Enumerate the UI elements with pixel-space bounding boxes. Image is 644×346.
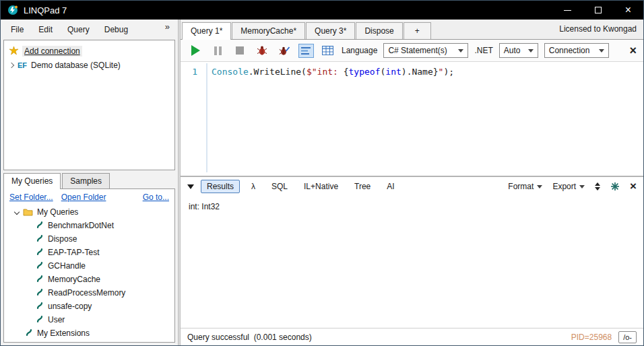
maximize-icon	[595, 7, 602, 13]
results-tab-results[interactable]: Results	[201, 180, 240, 193]
language-value: C# Statement(s)	[388, 46, 447, 55]
tree-item-user[interactable]: User	[4, 313, 174, 326]
queries-links: Set Folder... Open Folder Go to...	[4, 189, 174, 203]
results-pop-out-button[interactable]	[610, 182, 620, 191]
open-folder-link[interactable]: Open Folder	[61, 193, 106, 202]
tab-memorycache[interactable]: MemoryCache*	[232, 22, 305, 39]
pause-icon	[214, 46, 222, 55]
add-connection-label: Add connection	[22, 46, 82, 57]
code-token: }	[433, 67, 439, 77]
set-folder-link[interactable]: Set Folder...	[9, 193, 53, 202]
results-tab-sql[interactable]: SQL	[267, 180, 292, 193]
connection-demo-db[interactable]: EF Demo database (SQLite)	[4, 58, 174, 72]
close-query-button[interactable]: ×	[629, 44, 637, 58]
code-token: $"int:	[307, 67, 344, 77]
tree-item-unsafe-copy[interactable]: unsafe-copy	[4, 300, 174, 313]
menu-debug[interactable]: Debug	[97, 22, 135, 38]
language-select[interactable]: C# Statement(s)	[383, 43, 468, 58]
folder-icon	[23, 208, 33, 216]
connection-select[interactable]: Connection	[544, 43, 609, 58]
line-number: 1	[192, 67, 197, 77]
tree-item-label: My Extensions	[37, 328, 90, 338]
pause-button[interactable]	[210, 42, 226, 59]
query-file-icon	[36, 261, 44, 271]
license-text: Licensed to Kwongad	[559, 20, 643, 34]
query-file-icon	[36, 234, 44, 244]
tree-item-label: User	[48, 315, 65, 324]
chevron-right-icon[interactable]	[9, 62, 14, 67]
tree-item-readprocessmemory[interactable]: ReadProcessMemory	[4, 286, 174, 300]
code-line: Console.WriteLine($"int: {typeof(int).Na…	[212, 67, 643, 77]
code-token: .WriteLine	[249, 67, 301, 77]
results-maximize-button[interactable]	[595, 182, 600, 191]
add-connection[interactable]: Add connection	[4, 44, 174, 58]
results-panel: Results λ SQL IL+Native Tree AI Format E…	[181, 176, 643, 345]
minimize-icon	[564, 10, 571, 11]
format-dropdown[interactable]: Format	[508, 182, 542, 191]
query-toolbar: Language C# Statement(s) .NET Auto Conne…	[181, 40, 643, 62]
results-close-button[interactable]: ×	[630, 180, 637, 193]
menu-edit[interactable]: Edit	[31, 22, 60, 38]
grid-results-toggle[interactable]	[320, 44, 335, 58]
stop-button[interactable]	[232, 42, 248, 59]
tab-dispose[interactable]: Dispose	[356, 22, 402, 39]
tree-item-label: EAP-TAP-Test	[48, 248, 99, 257]
tab-samples[interactable]: Samples	[62, 173, 110, 188]
results-header-right: Format Export	[508, 180, 637, 193]
menu-query[interactable]: Query	[60, 22, 97, 38]
tree-item-memorycache[interactable]: MemoryCache	[4, 273, 174, 286]
status-message: Query successful (0.001 seconds)	[187, 333, 312, 342]
results-collapse-icon[interactable]	[187, 184, 194, 189]
query-tabstrip: Query 1* MemoryCache* Query 3* Dispose +…	[181, 20, 643, 40]
results-tab-lambda[interactable]: λ	[247, 180, 260, 193]
tree-item-gchandle[interactable]: GCHandle	[4, 259, 174, 273]
results-tab-ai[interactable]: AI	[382, 180, 399, 193]
code-area[interactable]: Console.WriteLine($"int: {typeof(int).Na…	[203, 62, 643, 176]
results-tab-tree[interactable]: Tree	[350, 180, 375, 193]
tree-item-my-extensions[interactable]: My Extensions	[4, 326, 174, 340]
go-to-link[interactable]: Go to...	[143, 193, 169, 202]
run-button[interactable]	[187, 42, 203, 59]
debug-button[interactable]	[254, 42, 270, 59]
tab-my-queries[interactable]: My Queries	[3, 173, 61, 189]
code-editor[interactable]: 1 Console.WriteLine($"int: {typeof(int).…	[181, 62, 643, 176]
chevron-down-icon[interactable]	[14, 209, 20, 215]
code-token: );	[443, 67, 454, 77]
query-file-icon	[36, 315, 44, 325]
richtext-results-toggle[interactable]	[298, 44, 314, 58]
my-queries-panel: Set Folder... Open Folder Go to... My Qu…	[3, 188, 175, 343]
tree-item-eap-tap-test[interactable]: EAP-TAP-Test	[4, 246, 174, 259]
ef-badge: EF	[18, 61, 27, 69]
tree-root-my-queries[interactable]: My Queries	[4, 205, 174, 219]
tree-root-label: My Queries	[37, 207, 78, 217]
menu-overflow-icon[interactable]: »	[165, 20, 175, 32]
left-panel: File Edit Query Debug » Add connection E…	[1, 20, 178, 345]
maximize-button[interactable]	[583, 1, 613, 20]
query-area: Query 1* MemoryCache* Query 3* Dispose +…	[181, 20, 643, 345]
results-tab-il-native[interactable]: IL+Native	[299, 180, 343, 193]
output-text: int: Int32	[189, 202, 220, 211]
debug-attach-button[interactable]	[276, 42, 292, 59]
grid-icon	[322, 46, 333, 55]
optimization-toggle[interactable]: /o-	[618, 331, 637, 343]
export-dropdown[interactable]: Export	[552, 182, 585, 191]
menu-file[interactable]: File	[3, 22, 31, 38]
arrow-down-icon	[595, 187, 600, 191]
new-tab-button[interactable]: +	[404, 22, 431, 39]
close-button[interactable]: ×	[613, 1, 643, 20]
title-bar: LINQPad 7 ×	[1, 1, 643, 20]
tree-item-dispose[interactable]: Dispose	[4, 232, 174, 246]
tree-item-benchmarkdotnet[interactable]: BenchmarkDotNet	[4, 219, 174, 232]
pid-label: PID=25968	[571, 333, 612, 342]
stop-icon	[236, 46, 244, 55]
status-bar: Query successful (0.001 seconds) PID=259…	[181, 328, 643, 345]
expand-asterisk-icon	[610, 182, 620, 191]
dotnet-select[interactable]: Auto	[499, 43, 538, 58]
minimize-button[interactable]	[552, 1, 583, 20]
play-icon	[191, 45, 200, 56]
chevron-down-icon	[599, 49, 604, 53]
dotnet-label: .NET	[474, 46, 492, 55]
tab-query-1[interactable]: Query 1*	[182, 22, 231, 40]
tab-query-3[interactable]: Query 3*	[306, 22, 355, 39]
format-label: Format	[508, 182, 534, 191]
